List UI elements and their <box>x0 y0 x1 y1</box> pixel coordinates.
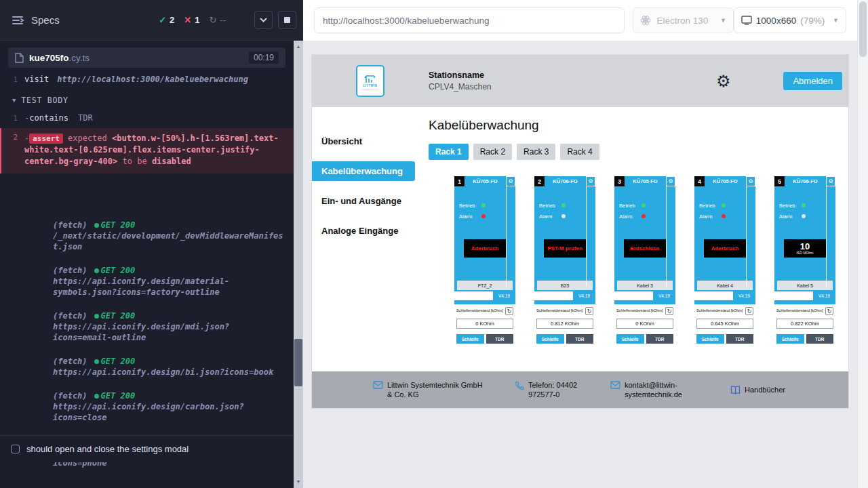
spec-timer: 00:19 <box>249 52 279 64</box>
status-dot <box>94 223 99 228</box>
card-gear-icon[interactable]: ⚙ <box>586 176 595 186</box>
cable-name-input[interactable] <box>534 291 573 300</box>
cable-name-input[interactable] <box>694 291 733 300</box>
next-test-row[interactable]: should open and close the settings modal <box>0 435 294 462</box>
fetch-log-row[interactable]: (fetch)GET 200 /_next/static/development… <box>0 218 294 253</box>
fetch-log-row[interactable]: (fetch)GET 200 https://api.iconify.desig… <box>0 354 294 379</box>
schleife-button[interactable]: Schleife <box>616 334 644 344</box>
app-header: LITTWIN SYSTEMTECHNIK Stationsname CPLV4… <box>312 55 848 107</box>
card-gear-icon[interactable]: ⚙ <box>746 176 755 186</box>
failed-assert-row[interactable]: 2 -assertexpected <button.w-[50%].h-[1.5… <box>0 128 294 174</box>
schleife-button[interactable]: Schleife <box>696 334 724 344</box>
refresh-icon[interactable]: ↻ <box>745 307 753 315</box>
command-name: contains <box>29 113 68 124</box>
specs-title[interactable]: Specs <box>31 14 60 26</box>
card-gear-icon[interactable]: ⚙ <box>666 176 675 186</box>
device-card-2: 2KÜ706-FO⚙ Betrieb Alarm PST-M prüfen B2… <box>534 176 595 371</box>
chevron-down-icon: ▼ <box>12 97 16 104</box>
test-stats: ✓2 ✕1 ↻-- <box>159 15 226 25</box>
specs-menu-icon[interactable] <box>11 14 24 27</box>
cable-name-input[interactable] <box>614 291 653 300</box>
spec-file-icon <box>15 53 24 63</box>
viewport-select[interactable]: 1000x660 (79%) ▼ <box>734 7 846 33</box>
electron-icon <box>640 15 651 26</box>
tab-rack-4[interactable]: Rack 4 <box>560 144 599 160</box>
tdr-button[interactable]: TDR <box>486 334 514 344</box>
chevron-down-icon: ▼ <box>833 17 839 24</box>
tdr-button[interactable]: TDR <box>726 334 754 344</box>
sidebar-item-uebersicht[interactable]: Übersicht <box>312 131 429 151</box>
refresh-icon[interactable]: ↻ <box>825 307 833 315</box>
scroll-down-icon[interactable]: ▼ <box>294 477 303 487</box>
book-icon <box>730 386 741 394</box>
logout-button[interactable]: Abmelden <box>783 72 842 90</box>
scrollbar-thumb[interactable] <box>859 1 867 57</box>
device-cards: 1KÜ705-FO⚙ Betrieb Alarm Aderbruch FTZ_2… <box>454 176 848 371</box>
collapse-button[interactable] <box>254 11 273 29</box>
fetch-log-row[interactable]: (fetch)GET 200 https://api.iconify.desig… <box>0 389 294 424</box>
settings-gear-icon[interactable]: ⚙ <box>716 73 731 89</box>
stop-button[interactable] <box>278 11 296 29</box>
visit-command-row[interactable]: 1 visit http://localhost:3000/kabelueber… <box>0 72 294 87</box>
fetch-log-row[interactable]: (fetch)GET 200 https://api.iconify.desig… <box>0 264 294 299</box>
fetch-log-row[interactable]: (fetch)GET 200 https://api.iconify.desig… <box>0 309 294 344</box>
tdr-button[interactable]: TDR <box>566 334 594 344</box>
spec-name: kue705fo <box>29 53 69 63</box>
alarm-led <box>642 214 646 218</box>
footer-email: kontakt@littwin-systemtechnik.de <box>610 380 730 399</box>
chevron-down-icon: ▼ <box>720 17 726 24</box>
cable-name-input[interactable] <box>454 291 493 300</box>
firmware-version: V4.19 <box>573 293 595 298</box>
refresh-icon[interactable]: ↻ <box>585 307 593 315</box>
runner-scrollbar[interactable]: ▲ ▼ <box>294 41 303 488</box>
sidebar-item-ein-und-ausgaenge[interactable]: Ein- und Ausgänge <box>312 191 429 211</box>
cable-label: Kabel 4 <box>697 281 753 290</box>
contains-command-row[interactable]: 1 -contains TDR <box>0 110 294 126</box>
aut-panel: http://localhost:3000/kabelueberwachung … <box>303 0 868 488</box>
status-dot <box>94 394 99 399</box>
scroll-up-icon[interactable]: ▲ <box>294 42 303 52</box>
tdr-button[interactable]: TDR <box>806 334 834 344</box>
scrollbar-thumb[interactable] <box>294 339 302 386</box>
command-url: http://localhost:3000/kabelueberwachung <box>57 74 248 85</box>
schleife-button[interactable]: Schleife <box>456 334 484 344</box>
refresh-icon[interactable]: ↻ <box>505 307 513 315</box>
sidebar-item-kabelueberwachung[interactable]: Kabelüberwachung <box>312 161 415 181</box>
tab-rack-3[interactable]: Rack 3 <box>517 144 555 160</box>
schleife-button[interactable]: Schleife <box>536 334 564 344</box>
tdr-button[interactable]: TDR <box>646 334 674 344</box>
runner-topbar: http://localhost:3000/kabelueberwachung … <box>303 0 868 41</box>
sidebar-item-analoge-eingaenge[interactable]: Analoge Eingänge <box>312 221 429 241</box>
test-body-section[interactable]: ▼ TEST BODY <box>0 87 294 110</box>
schleife-button[interactable]: Schleife <box>776 334 804 344</box>
cable-name-input[interactable] <box>774 291 813 300</box>
betrieb-led <box>802 203 806 207</box>
firmware-version: V4.19 <box>653 293 675 298</box>
phone-icon <box>515 381 524 390</box>
footer-manuals-link[interactable]: Handbücher <box>730 385 785 394</box>
spec-file-row[interactable]: kue705fo.cy.ts 00:19 <box>8 47 285 68</box>
station-info: Stationsname CPLV4_Maschen <box>429 70 492 92</box>
viewport-icon <box>741 16 752 25</box>
aut-stage: LITTWIN SYSTEMTECHNIK Stationsname CPLV4… <box>303 41 868 488</box>
page-scrollbar[interactable] <box>857 0 868 488</box>
app-footer: Littwin Systemtechnik GmbH & Co. KG Tele… <box>312 371 848 408</box>
rack-tabs: Rack 1 Rack 2 Rack 3 Rack 4 <box>429 144 848 160</box>
firmware-version: V4.19 <box>493 293 515 298</box>
failed-stat: ✕1 <box>184 15 199 25</box>
cable-label: FTZ_2 <box>457 281 513 290</box>
station-label: Stationsname <box>429 70 492 81</box>
refresh-icon: ↻ <box>209 15 216 25</box>
refresh-icon[interactable]: ↻ <box>665 307 673 315</box>
tab-rack-1[interactable]: Rack 1 <box>429 144 469 160</box>
browser-select[interactable]: Electron 130 ▼ <box>633 7 733 33</box>
card-gear-icon[interactable]: ⚙ <box>826 176 835 186</box>
card-gear-icon[interactable]: ⚙ <box>506 176 515 186</box>
url-input[interactable]: http://localhost:3000/kabelueberwachung <box>314 7 625 33</box>
device-model: KÜ706-FO <box>545 176 586 186</box>
chevron-down-icon <box>260 18 267 22</box>
alert-display: Aderbruch <box>704 239 746 258</box>
tab-rack-2[interactable]: Rack 2 <box>473 144 512 160</box>
betrieb-led <box>481 203 486 207</box>
device-card-3: 3KÜ705-FO⚙ Betrieb Alarm Erdschluss Kabe… <box>614 176 675 371</box>
